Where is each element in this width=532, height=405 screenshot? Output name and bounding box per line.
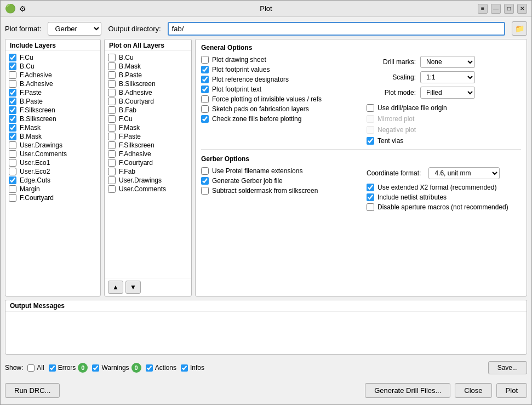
layer-label-fsilkscreen: F.Silkscreen — [20, 106, 55, 114]
layer-label-userdrawings: User.Drawings — [20, 141, 62, 149]
plot-mode-select[interactable]: Filled Sketch — [420, 87, 475, 99]
all-layer-check-badhesive[interactable] — [108, 89, 116, 96]
all-layer-check-fmask[interactable] — [108, 124, 116, 132]
layer-label-usercomments: User.Comments — [20, 150, 67, 158]
all-layer-check-bsilkscreen[interactable] — [108, 80, 116, 88]
outdir-input[interactable] — [168, 22, 505, 36]
check-warnings[interactable] — [92, 364, 99, 372]
arrow-up-button[interactable]: ▲ — [108, 281, 123, 294]
check-sketch-pads[interactable] — [201, 105, 209, 113]
check-use-drill-origin[interactable] — [367, 104, 374, 112]
folder-button[interactable]: 📁 — [512, 21, 527, 36]
check-errors[interactable] — [49, 364, 56, 372]
check-mirrored-plot[interactable] — [367, 115, 374, 123]
opt-force-invisible: Force plotting of invisible values / ref… — [201, 95, 356, 103]
check-protel-filename[interactable] — [201, 167, 209, 175]
generate-drill-button[interactable]: Generate Drill Files... — [365, 383, 450, 398]
check-include-netlist[interactable] — [367, 193, 374, 201]
layer-check-bcu[interactable] — [9, 62, 16, 70]
check-extended-x2[interactable] — [367, 184, 374, 191]
list-item: B.Mask — [108, 62, 188, 71]
all-layer-label-fadhesive: F.Adhesive — [119, 150, 151, 158]
opt-plot-drawing-sheet: Plot drawing sheet — [201, 56, 356, 64]
options-content: General Options Plot drawing sheet Plot … — [196, 39, 527, 296]
check-plot-reference-designators[interactable] — [201, 76, 209, 83]
check-negative-plot[interactable] — [367, 126, 374, 134]
all-layer-check-fadhesive[interactable] — [108, 150, 116, 158]
check-infos[interactable] — [181, 364, 188, 372]
all-layer-check-bmask[interactable] — [108, 62, 116, 70]
layer-label-bmask: B.Mask — [20, 133, 42, 140]
all-layer-check-fcourtyard[interactable] — [108, 159, 116, 167]
run-drc-button[interactable]: Run DRC... — [5, 383, 60, 398]
opt-protel-filename: Use Protel filename extensions — [201, 167, 356, 175]
all-layer-check-fsilkscreen[interactable] — [108, 141, 116, 149]
titlebar: 🟢 ⚙ Plot ≡ — □ ✕ — [1, 1, 531, 17]
plot-button[interactable]: Plot — [496, 383, 527, 398]
list-item: F.Courtyard — [108, 158, 188, 167]
all-layer-check-bcu[interactable] — [108, 54, 116, 61]
layer-check-bmask[interactable] — [9, 133, 16, 140]
titlebar-left: 🟢 ⚙ — [5, 3, 26, 14]
list-item: B.Silkscreen — [108, 79, 188, 88]
bottom-bar: Show: All Errors 0 Warnings 0 Actions — [5, 358, 527, 378]
layer-check-edgecuts[interactable] — [9, 176, 16, 184]
layer-check-bsilkscreen[interactable] — [9, 115, 16, 123]
check-all[interactable] — [27, 364, 35, 372]
layer-check-userdrawings[interactable] — [9, 141, 16, 149]
layer-check-usereco2[interactable] — [9, 168, 16, 175]
format-select[interactable]: Gerber PostScript SVG DXF HPGL PDF — [48, 22, 101, 36]
minimize-btn[interactable]: — — [491, 4, 501, 14]
plot-mode-label: Plot mode: — [367, 89, 416, 96]
arrow-down-button[interactable]: ▼ — [125, 281, 141, 294]
all-layer-check-bpaste[interactable] — [108, 71, 116, 79]
all-layer-check-usercomments[interactable] — [108, 185, 116, 193]
window-title: Plot — [260, 4, 272, 13]
list-item: User.Comments — [9, 150, 97, 158]
check-tent-vias[interactable] — [367, 137, 374, 145]
coord-format-select[interactable]: 4.5, unit mm 4.6, unit mm 4.5, unit inch — [428, 167, 500, 179]
layer-check-fsilkscreen[interactable] — [9, 106, 16, 114]
all-layer-check-fcu[interactable] — [108, 115, 116, 123]
check-generate-gerber-job[interactable] — [201, 177, 209, 185]
drill-marks-select[interactable]: None Small Actual size — [420, 56, 475, 68]
all-layer-check-bcourtyard[interactable] — [108, 98, 116, 105]
all-layer-check-bfab[interactable] — [108, 106, 116, 114]
all-layer-label-fmask: F.Mask — [119, 124, 140, 132]
check-actions[interactable] — [146, 364, 153, 372]
scaling-select[interactable]: 1:1 1:2 2:1 — [420, 71, 475, 83]
layer-check-usercomments[interactable] — [9, 150, 16, 158]
all-layer-check-ffab[interactable] — [108, 168, 116, 175]
close-button[interactable]: Close — [455, 383, 491, 398]
save-button[interactable]: Save... — [488, 361, 527, 374]
layer-check-fpaste[interactable] — [9, 89, 16, 96]
close-btn[interactable]: ✕ — [517, 4, 527, 14]
check-subtract-soldermask[interactable] — [201, 187, 209, 195]
layer-check-fmask[interactable] — [9, 124, 16, 132]
layer-check-margin[interactable] — [9, 185, 16, 193]
check-disable-aperture[interactable] — [367, 203, 374, 211]
check-force-invisible[interactable] — [201, 95, 209, 103]
all-layer-label-fcourtyard: F.Courtyard — [119, 159, 153, 167]
all-layer-check-userdrawings[interactable] — [108, 176, 116, 184]
layer-check-fcu[interactable] — [9, 54, 16, 61]
list-item: F.Mask — [108, 123, 188, 132]
layer-check-fadhesive[interactable] — [9, 71, 16, 79]
filter-infos: Infos — [181, 364, 204, 372]
check-plot-footprint-text[interactable] — [201, 85, 209, 93]
opt-plot-footprint-values: Plot footprint values — [201, 66, 356, 73]
label-sketch-pads: Sketch pads on fabrication layers — [212, 105, 309, 113]
list-item: B.Courtyard — [108, 97, 188, 106]
window: 🟢 ⚙ Plot ≡ — □ ✕ Plot format: Gerber Pos… — [0, 0, 532, 405]
layer-check-fcourtyard[interactable] — [9, 194, 16, 202]
layer-check-usereco1[interactable] — [9, 159, 16, 167]
maximize-btn[interactable]: □ — [504, 4, 514, 14]
check-plot-footprint-values[interactable] — [201, 66, 209, 73]
check-zone-fills[interactable] — [201, 115, 209, 123]
check-plot-drawing-sheet[interactable] — [201, 56, 209, 64]
filter-errors: Errors 0 — [49, 363, 88, 373]
menu-btn[interactable]: ≡ — [478, 4, 488, 14]
all-layer-check-fpaste[interactable] — [108, 133, 116, 140]
layer-check-badhesive[interactable] — [9, 80, 16, 88]
layer-check-bpaste[interactable] — [9, 98, 16, 105]
